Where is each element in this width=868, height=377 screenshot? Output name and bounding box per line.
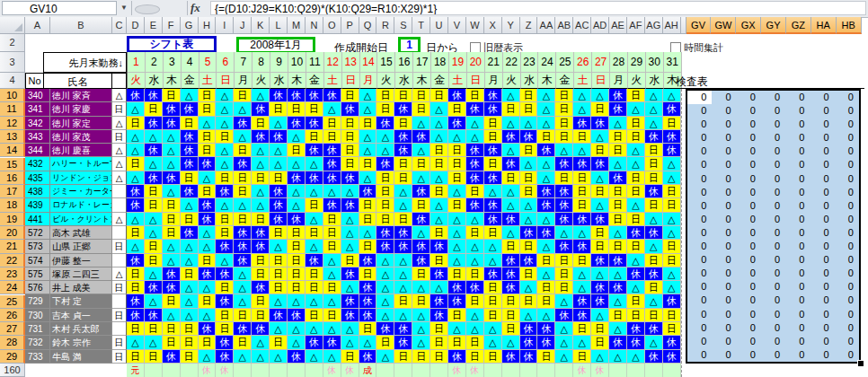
shift-cell[interactable]: 日 — [199, 254, 217, 267]
shift-cell[interactable]: △ — [537, 102, 555, 116]
holiday-cell[interactable] — [520, 364, 538, 377]
shift-cell[interactable]: 日 — [573, 322, 591, 336]
shift-cell[interactable]: △ — [502, 144, 520, 157]
shift-cell[interactable]: △ — [341, 240, 359, 253]
shift-cell[interactable]: 日 — [234, 309, 252, 322]
inspection-cell[interactable]: 0 — [785, 118, 810, 131]
shift-cell[interactable]: △ — [663, 89, 681, 102]
day-of-week-cell[interactable]: 木 — [164, 73, 182, 89]
shift-cell[interactable]: △ — [145, 226, 163, 240]
day-of-week-cell[interactable]: 月 — [360, 73, 378, 89]
formula-input[interactable]: {=(D10:J29=K10:Q29)*(K10:Q29=R10:X29)*1} — [210, 1, 866, 15]
shift-cell[interactable]: 休 — [270, 213, 288, 226]
shift-cell[interactable]: 日 — [252, 213, 270, 226]
shift-cell[interactable]: 休 — [555, 198, 573, 212]
shift-cell[interactable]: 日 — [306, 281, 323, 294]
shift-cell[interactable]: 休 — [163, 350, 181, 364]
shift-cell[interactable]: 休 — [466, 102, 484, 116]
inspection-cell[interactable]: 0 — [835, 131, 859, 145]
holiday-cell[interactable] — [502, 364, 520, 377]
row-header-11[interactable]: 11 — [0, 102, 25, 116]
shift-cell[interactable]: 休 — [288, 89, 306, 102]
inspection-cell[interactable]: 0 — [785, 91, 810, 104]
shift-cell[interactable]: 休 — [645, 267, 663, 281]
inspection-cell[interactable]: 0 — [785, 240, 810, 253]
prev-month-duty-cell[interactable]: 日 — [112, 281, 127, 294]
shift-cell[interactable]: 休 — [359, 254, 377, 267]
column-header-L[interactable]: L — [270, 17, 288, 34]
inspection-cell[interactable]: 0 — [737, 118, 761, 131]
shift-cell[interactable]: 休 — [645, 322, 663, 336]
inspection-cell[interactable]: 0 — [687, 213, 712, 226]
shift-cell[interactable]: 休 — [430, 267, 448, 281]
holiday-cell[interactable] — [609, 364, 627, 377]
shift-cell[interactable]: △ — [127, 171, 145, 185]
inspection-cell[interactable]: 0 — [835, 145, 859, 158]
shift-cell[interactable]: 休 — [199, 213, 217, 226]
shift-cell[interactable]: 休 — [359, 281, 377, 294]
shift-cell[interactable]: △ — [645, 240, 663, 253]
day-of-week-cell[interactable]: 火 — [252, 73, 270, 89]
shift-cell[interactable]: △ — [288, 130, 306, 144]
holiday-cell[interactable] — [555, 364, 573, 377]
shift-cell[interactable]: △ — [537, 267, 555, 281]
shift-cell[interactable]: 日 — [127, 226, 145, 240]
shift-cell[interactable]: 日 — [323, 130, 341, 144]
shift-cell[interactable]: 休 — [145, 117, 163, 130]
column-header-W[interactable]: W — [466, 17, 484, 34]
shift-cell[interactable]: 休 — [127, 294, 145, 308]
shift-cell[interactable]: 休 — [537, 336, 555, 349]
shift-cell[interactable]: △ — [502, 185, 520, 198]
prev-month-duty-cell[interactable]: △ — [112, 171, 127, 185]
day-number-cell[interactable]: 5 — [199, 52, 217, 73]
row-header-24[interactable]: 24 — [0, 281, 25, 294]
shift-cell[interactable]: △ — [627, 144, 645, 157]
shift-cell[interactable]: △ — [163, 185, 181, 198]
shift-cell[interactable]: 日 — [376, 89, 394, 102]
shift-cell[interactable]: 日 — [555, 89, 573, 102]
holiday-cell[interactable]: 休 — [323, 364, 341, 377]
shift-cell[interactable]: △ — [359, 102, 377, 116]
shift-cell[interactable]: △ — [306, 322, 323, 336]
prev-month-duty-cell[interactable] — [112, 226, 127, 240]
staff-no-cell[interactable]: 572 — [25, 226, 50, 240]
shift-cell[interactable]: △ — [216, 102, 234, 116]
shift-cell[interactable]: 日 — [145, 322, 163, 336]
shift-cell[interactable]: 日 — [394, 171, 412, 185]
shift-cell[interactable]: 日 — [502, 294, 520, 308]
shift-cell[interactable]: 日 — [270, 102, 288, 116]
inspection-cell[interactable]: 0 — [687, 240, 712, 253]
shift-cell[interactable]: 日 — [306, 198, 323, 212]
shift-cell[interactable]: 休 — [252, 322, 270, 336]
day-of-week-cell[interactable]: 金 — [182, 73, 199, 89]
day-number-cell[interactable]: 27 — [592, 52, 610, 73]
shift-cell[interactable]: △ — [270, 144, 288, 157]
inspection-cell[interactable]: 0 — [785, 335, 810, 348]
inspection-cell[interactable]: 0 — [785, 294, 810, 307]
inspection-cell[interactable]: 0 — [761, 280, 785, 294]
inspection-cell[interactable]: 0 — [785, 158, 810, 171]
shift-cell[interactable]: △ — [376, 130, 394, 144]
staff-no-cell[interactable]: 730 — [25, 309, 50, 322]
day-of-week-cell[interactable]: 水 — [646, 73, 664, 89]
holiday-cell[interactable] — [252, 364, 270, 377]
shift-cell[interactable]: 休 — [591, 281, 609, 294]
day-number-cell[interactable]: 8 — [252, 52, 270, 73]
inspection-cell[interactable]: 0 — [835, 213, 859, 226]
inspection-cell[interactable]: 0 — [712, 131, 736, 145]
day-of-week-cell[interactable]: 水 — [395, 73, 413, 89]
shift-cell[interactable]: 休 — [430, 309, 448, 322]
column-header-P[interactable]: P — [341, 17, 359, 34]
holiday-cell[interactable] — [663, 364, 681, 377]
shift-cell[interactable]: △ — [448, 254, 466, 267]
shift-cell[interactable]: △ — [341, 322, 359, 336]
inspection-cell[interactable]: 0 — [737, 104, 761, 118]
holiday-cell[interactable] — [627, 364, 645, 377]
inspection-cell[interactable]: 0 — [810, 335, 834, 348]
shift-cell[interactable]: 休 — [520, 336, 538, 349]
shift-cell[interactable]: △ — [412, 117, 430, 130]
inspection-cell[interactable]: 0 — [810, 213, 834, 226]
shift-cell[interactable]: △ — [484, 336, 502, 349]
shift-cell[interactable]: 休 — [394, 130, 412, 144]
column-header-K[interactable]: K — [252, 17, 270, 34]
